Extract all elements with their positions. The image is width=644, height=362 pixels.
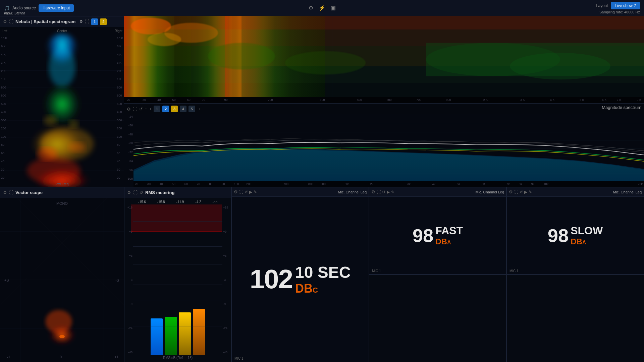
mic1-expand-icon[interactable]: ⛶ — [239, 190, 243, 194]
mic1-reset-icon[interactable]: ↺ — [245, 190, 248, 194]
rms-bars-area: +18 +9 +3 -3 -9 -24 -48 — [126, 204, 230, 355]
settings-icon[interactable]: ⚙ — [309, 5, 313, 11]
mic1-main-display: 102 10 SEC DB C — [250, 263, 351, 296]
magnitude-add-icon[interactable]: + — [199, 107, 201, 111]
sampling-rate-label: Sampling rate: 48000 Hz — [599, 10, 640, 14]
magnitude-header: ⚙ ⛶ ↺ ↑ + 1 2 3 4 5 + Magnitude spectrum — [124, 104, 644, 114]
magnitude-tab-1[interactable]: 1 — [154, 106, 160, 112]
mic1-main-unit-sub: C — [313, 286, 318, 295]
vector-canvas: MONO +S -S -1 0 +1 — [0, 198, 124, 362]
mic1-slow-mic-label: MIC 1 — [509, 269, 519, 273]
svg-point-72 — [59, 335, 65, 338]
nebula-panel-header: ⚙ ⛶ Nebula | Spatial spectrogram ⚙ ⛶ 1 2 — [0, 16, 124, 27]
mic1-fast-value: 98 — [413, 226, 433, 245]
mic1-slow-speed: SLOW — [571, 225, 603, 237]
nebula-gear2-icon[interactable]: ⚙ — [79, 19, 83, 24]
rms-bar-4 — [193, 309, 205, 355]
mic1-fast-db-unit: DB A — [435, 237, 451, 246]
rms-title: RMS metering — [145, 190, 174, 195]
svg-text:-1: -1 — [7, 355, 10, 359]
rms-expand-icon[interactable]: ⛶ — [133, 190, 138, 195]
mic1-slow-db-unit: DB A — [571, 237, 586, 246]
mic1-fast-reset-icon[interactable]: ↺ — [382, 190, 385, 194]
mic1-slow-reset-icon[interactable]: ↺ — [520, 190, 523, 194]
rms-panel: ⚙ ⛶ ↺ RMS metering -15.6 -15.8 -11.9 -4.… — [124, 187, 231, 362]
mic1-slow-settings-icon[interactable]: ⚙ — [509, 189, 513, 194]
nebula-canvas: Left Center Right 10 K 6 K 4 K 3 K 2 K 1… — [0, 27, 124, 187]
spectrogram-viz — [124, 16, 644, 97]
mic1-slow-unit: DB — [571, 237, 582, 246]
mic1-slow-play-icon[interactable]: ▶ — [524, 190, 527, 194]
svg-point-20 — [69, 120, 79, 128]
rms-reset-icon[interactable]: ↺ — [140, 190, 143, 195]
mic-panel-empty-1 — [369, 275, 506, 362]
mic1-settings-icon[interactable]: ⚙ — [234, 189, 238, 194]
mic1-main-time: 10 SEC — [295, 263, 351, 282]
magnitude-tab-4[interactable]: 4 — [180, 106, 186, 112]
nebula-visualization — [0, 27, 124, 187]
rms-bar-1 — [151, 318, 163, 355]
mic1-slow-panel: ⚙ ⛶ ↺ ▶ ✎ Mic. Channel Leq 98 SLOW DB A — [506, 187, 644, 275]
nebula-settings-icon[interactable]: ⚙ — [3, 19, 7, 24]
io-icon[interactable]: ▣ — [331, 5, 336, 11]
vector-expand-icon[interactable]: ⛶ — [9, 190, 13, 195]
nebula-axis-right: Right — [115, 29, 122, 33]
rms-right-axis: +18 +9 +3 -3 -9 -24 -48 — [222, 204, 230, 355]
svg-text:-S: -S — [115, 278, 119, 282]
nebula-tab-2[interactable]: 2 — [100, 18, 107, 25]
magnitude-arrow-icon[interactable]: ↑ — [145, 107, 147, 112]
mic1-fast-play-icon[interactable]: ▶ — [387, 190, 390, 194]
rms-footer: RMS dB (Ref = -18) — [126, 355, 230, 360]
mic-panels-grid: ⚙ ⛶ ↺ ▶ ✎ Mic. Channel Leq 102 10 SEC DB — [231, 187, 644, 362]
rms-settings-icon[interactable]: ⚙ — [127, 190, 131, 195]
mic1-main-title: Mic. Channel Leq — [338, 190, 367, 194]
mic1-fast-title: Mic. Channel Leq — [475, 190, 504, 194]
magnitude-rotate-icon[interactable]: ↺ — [139, 107, 143, 112]
vector-settings-icon[interactable]: ⚙ — [3, 190, 7, 195]
mic1-fast-settings-icon[interactable]: ⚙ — [371, 189, 375, 194]
bottom-right-area: ⚙ ⛶ ↺ RMS metering -15.6 -15.8 -11.9 -4.… — [124, 187, 644, 362]
rms-container: -15.6 -15.8 -11.9 -4.2 -oo +18 +9 +3 -3 … — [124, 198, 231, 362]
magnitude-tab-5[interactable]: 5 — [189, 106, 195, 112]
mic1-fast-edit-icon[interactable]: ✎ — [391, 190, 394, 194]
mic1-slow-edit-icon[interactable]: ✎ — [529, 190, 532, 194]
spectrogram-svg — [124, 16, 644, 97]
magnitude-tab-3[interactable]: 3 — [171, 106, 178, 112]
layout-row: Layout Live show 2 — [596, 2, 640, 9]
top-bar-right: Layout Live show 2 Sampling rate: 48000 … — [596, 2, 640, 14]
svg-text:+S: +S — [4, 278, 9, 282]
nebula-expand2-icon[interactable]: ⛶ — [85, 19, 89, 24]
nebula-expand-icon[interactable]: ⛶ — [9, 19, 13, 24]
mic1-fast-speed: FAST — [435, 225, 463, 237]
mic1-fast-header: ⚙ ⛶ ↺ ▶ ✎ Mic. Channel Leq — [369, 187, 506, 197]
equalizer-icon[interactable]: ⚡ — [319, 5, 325, 11]
rms-top-values: -15.6 -15.8 -11.9 -4.2 -oo — [126, 199, 230, 204]
svg-point-43 — [285, 51, 366, 75]
mic1-main-mic-label: MIC 1 — [234, 357, 244, 360]
svg-point-18 — [69, 142, 86, 153]
mic1-main-body: 102 10 SEC DB C — [232, 197, 369, 362]
mic1-slow-title: Mic. Channel Leq — [613, 190, 642, 194]
magnitude-expand-icon[interactable]: ⛶ — [133, 107, 137, 112]
magnitude-svg — [133, 114, 644, 181]
top-bar: 🎵 Audio source Hardware input ⚙ ⚡ ▣ Layo… — [0, 0, 644, 16]
vector-title: Vector scope — [15, 190, 43, 195]
mic1-fast-expand-icon[interactable]: ⛶ — [377, 190, 381, 194]
mic1-play-icon[interactable]: ▶ — [249, 190, 252, 194]
vector-panel: ⚙ ⛶ Vector scope MO — [0, 187, 124, 362]
hardware-input-button[interactable]: Hardware input — [39, 4, 74, 12]
magnitude-tab-2[interactable]: 2 — [162, 106, 169, 112]
magnitude-plus-icon[interactable]: + — [149, 107, 152, 112]
spectrogram-freq-axis: 20 30 40 50 60 70 90 200 300 500 600 700… — [124, 97, 644, 103]
rms-val-3: -11.9 — [176, 200, 184, 204]
mic1-main-db-unit: DB C — [295, 282, 318, 296]
live-show-button[interactable]: Live show 2 — [611, 2, 640, 9]
rms-bar-3 — [179, 312, 191, 355]
mic1-slow-expand-icon[interactable]: ⛶ — [514, 190, 518, 194]
magnitude-settings-icon[interactable]: ⚙ — [127, 107, 131, 112]
svg-point-17 — [37, 147, 57, 161]
nebula-tab-1[interactable]: 1 — [91, 18, 98, 25]
audio-source-icon: 🎵 — [4, 5, 10, 11]
mic1-edit-icon[interactable]: ✎ — [254, 190, 257, 194]
mic1-slow-body: 98 SLOW DB A — [507, 197, 644, 274]
